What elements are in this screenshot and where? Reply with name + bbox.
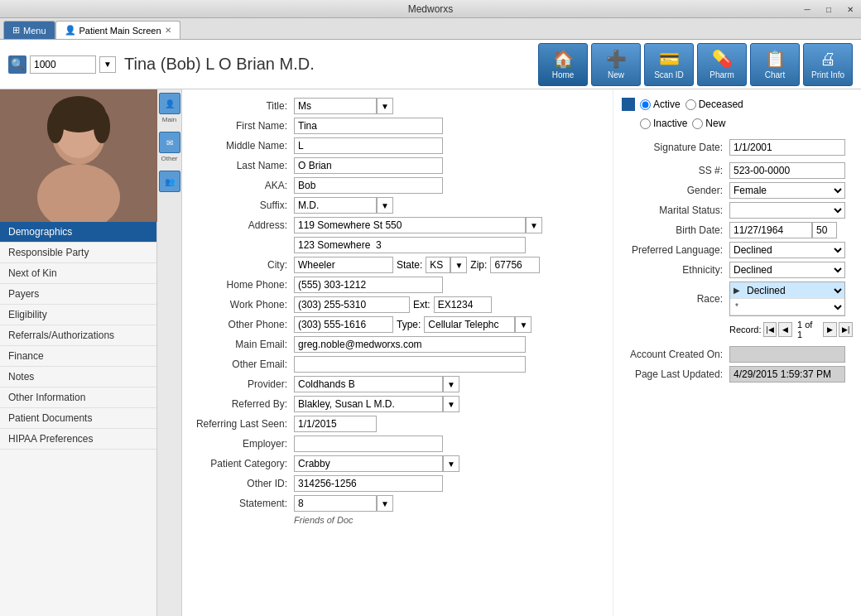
side-main-icon[interactable]: 👤 <box>159 93 180 114</box>
toolbar-home-button[interactable]: 🏠 Home <box>538 43 588 86</box>
race-row-arrow: ▶ <box>730 286 743 295</box>
sidebar-item-payers[interactable]: Payers <box>0 284 156 305</box>
deceased-radio[interactable] <box>685 99 696 110</box>
sidebar-item-referrals[interactable]: Referrals/Authorizations <box>0 325 156 346</box>
sidebar-item-eligibility[interactable]: Eligibility <box>0 305 156 325</box>
gender-select[interactable]: Female Male <box>729 182 845 199</box>
print-info-label: Print Info <box>811 70 844 79</box>
patient-id-dropdown[interactable]: ▼ <box>99 56 116 73</box>
preferred-language-select[interactable]: Declined <box>729 242 845 258</box>
inactive-radio[interactable] <box>640 118 651 129</box>
body-area: Demographics Responsible Party Next of K… <box>0 89 861 616</box>
address1-input[interactable] <box>294 217 526 233</box>
title-dropdown[interactable]: ▼ <box>377 98 393 114</box>
active-radio[interactable] <box>640 99 651 110</box>
tab-menu[interactable]: ⊞ Menu <box>3 21 55 39</box>
ext-input[interactable] <box>434 296 492 313</box>
other-email-input[interactable] <box>294 356 526 373</box>
sidebar-item-other-information[interactable]: Other Information <box>0 387 156 408</box>
race-table-row-new[interactable]: * ▼ <box>730 299 844 315</box>
referred-by-input[interactable] <box>294 396 443 412</box>
main-email-input[interactable] <box>294 336 526 353</box>
home-phone-input[interactable] <box>294 277 443 293</box>
sidebar-item-finance[interactable]: Finance <box>0 346 156 367</box>
toolbar-pharm-button[interactable]: 💊 Pharm <box>697 43 747 86</box>
race-new-dropdown[interactable]: ▼ <box>828 300 844 315</box>
sidebar-item-demographics[interactable]: Demographics <box>0 222 156 243</box>
work-phone-input[interactable] <box>294 296 410 313</box>
employer-input[interactable] <box>294 436 443 452</box>
state-dropdown[interactable]: ▼ <box>450 257 467 273</box>
inactive-label: Inactive <box>653 118 687 129</box>
deceased-radio-item[interactable]: Deceased <box>685 99 743 110</box>
last-name-input[interactable] <box>294 157 443 174</box>
page-last-updated-row: Page Last Updated: <box>622 366 853 383</box>
other-phone-type-input[interactable] <box>424 316 515 333</box>
address-dropdown[interactable]: ▼ <box>526 217 542 233</box>
ss-input[interactable] <box>729 162 845 179</box>
signature-date-input[interactable] <box>729 139 845 156</box>
address2-row <box>195 237 600 253</box>
statement-input[interactable] <box>294 495 377 512</box>
patient-avatar <box>0 89 157 222</box>
tab-close-icon[interactable]: ✕ <box>165 26 171 35</box>
sidebar-item-responsible-party[interactable]: Responsible Party <box>0 243 156 263</box>
middle-name-input[interactable] <box>294 137 443 154</box>
search-button[interactable]: 🔍 <box>8 55 26 74</box>
other-phone-input[interactable] <box>294 316 393 333</box>
new-status-radio[interactable] <box>692 118 703 129</box>
referring-last-seen-row: Referring Last Seen: <box>195 416 600 432</box>
patient-category-dropdown[interactable]: ▼ <box>443 455 459 472</box>
patient-category-input[interactable] <box>294 455 443 472</box>
sidebar-item-notes[interactable]: Notes <box>0 367 156 387</box>
referring-last-seen-input[interactable] <box>294 416 377 432</box>
marital-status-select[interactable] <box>729 202 845 219</box>
side-group-icon[interactable]: 👥 <box>159 171 180 192</box>
referred-by-dropdown[interactable]: ▼ <box>443 396 459 412</box>
suffix-dropdown[interactable]: ▼ <box>377 197 393 214</box>
record-last-button[interactable]: ▶| <box>839 322 853 337</box>
side-other-icon[interactable]: ✉ <box>159 132 180 153</box>
close-button[interactable]: ✕ <box>839 0 861 18</box>
sidebar-item-patient-documents[interactable]: Patient Documents <box>0 408 156 429</box>
other-person-icon: ✉ <box>166 138 173 147</box>
active-radio-item[interactable]: Active <box>640 99 681 110</box>
account-created-input[interactable] <box>729 346 845 363</box>
other-phone-type-dropdown[interactable]: ▼ <box>515 316 532 333</box>
record-prev-button[interactable]: ◀ <box>778 322 792 337</box>
age-input[interactable] <box>812 222 837 238</box>
referred-by-label: Referred By: <box>195 398 294 410</box>
address2-input[interactable] <box>294 237 526 253</box>
inactive-radio-item[interactable]: Inactive <box>640 118 687 129</box>
provider-dropdown[interactable]: ▼ <box>443 376 459 392</box>
tab-patient-label: Patient Main Screen <box>79 26 161 36</box>
suffix-input[interactable] <box>294 197 377 214</box>
statement-dropdown[interactable]: ▼ <box>377 495 393 512</box>
state-input[interactable] <box>426 257 450 273</box>
toolbar-print-info-button[interactable]: 🖨 Print Info <box>803 43 853 86</box>
aka-row: AKA: <box>195 177 600 194</box>
record-first-button[interactable]: |◀ <box>763 322 777 337</box>
title-input[interactable] <box>294 98 377 114</box>
minimize-button[interactable]: ─ <box>796 0 818 18</box>
toolbar-scan-id-button[interactable]: 💳 Scan ID <box>644 43 694 86</box>
race-declined-dropdown[interactable]: ▼ <box>828 283 844 298</box>
other-id-input[interactable] <box>294 475 443 492</box>
race-table-row-declined[interactable]: ▶ Declined ▼ <box>730 282 844 299</box>
maximize-button[interactable]: □ <box>818 0 839 18</box>
provider-input[interactable] <box>294 376 443 392</box>
patient-id-input[interactable] <box>30 55 96 74</box>
sidebar-item-next-of-kin[interactable]: Next of Kin <box>0 263 156 284</box>
toolbar-new-button[interactable]: ➕ New <box>591 43 641 86</box>
record-next-button[interactable]: ▶ <box>823 322 837 337</box>
sidebar-item-hipaa-preferences[interactable]: HIPAA Preferences <box>0 429 156 450</box>
toolbar-chart-button[interactable]: 📋 Chart <box>750 43 800 86</box>
tab-patient-main-screen[interactable]: 👤 Patient Main Screen ✕ <box>55 21 180 39</box>
city-input[interactable] <box>294 257 393 273</box>
aka-input[interactable] <box>294 177 443 194</box>
ethnicity-select[interactable]: Declined <box>729 262 845 278</box>
first-name-input[interactable] <box>294 118 443 134</box>
birth-date-input[interactable] <box>729 222 812 238</box>
new-radio-item[interactable]: New <box>692 118 725 129</box>
zip-input[interactable] <box>490 257 540 273</box>
